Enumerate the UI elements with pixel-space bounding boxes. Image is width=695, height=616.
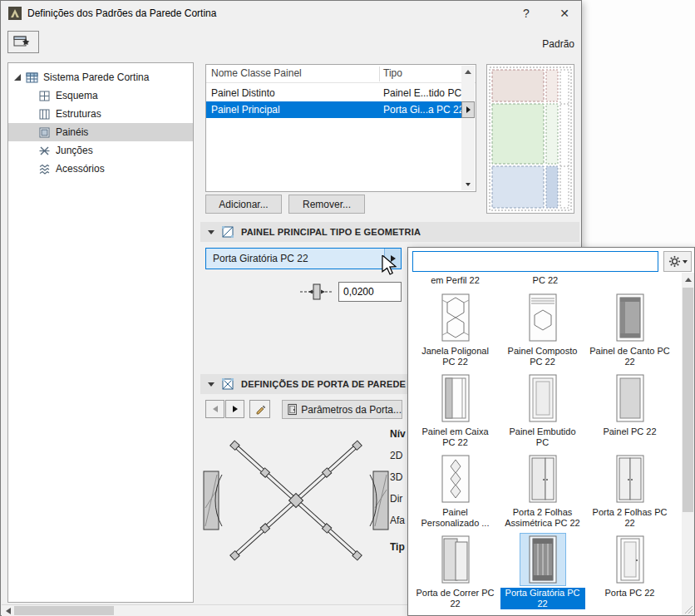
remove-button[interactable]: Remover... [288,195,365,214]
panel-thickness-icon [300,283,333,301]
panel-thumbnail [607,291,653,344]
panel-type-item[interactable]: Porta de Correr PC 22 [412,531,499,612]
table-row[interactable]: Painel Distinto Painel E...tido PC [206,85,462,101]
panel-type-item[interactable]: Janela Poligonal PC 22 [412,289,499,370]
tree-label: Estruturas [56,108,101,120]
panel-thumbnail [432,452,479,505]
section-geometry-header[interactable]: PAINEL PRINCIPAL TIPO E GEOMETRIA [200,222,579,242]
column-header-name: Nome Classe Painel [211,67,302,79]
pattern-preview [486,64,574,214]
panel-type-label: Painel PC 22 [601,426,658,437]
expander-icon[interactable] [13,73,22,81]
edit-button[interactable] [249,400,270,418]
panel-thumbnail [520,533,566,586]
panel-type-label: Porta de Correr PC 22 [413,588,498,609]
panel-type-combo[interactable]: Porta Giratória PC 22 [205,248,402,269]
partial-item-label[interactable]: PC 22 [501,275,589,285]
junctions-icon [38,145,51,157]
tree-label: Sistema Parede Cortina [43,71,149,83]
sidebar-item-acessorios[interactable]: Acessórios [8,160,193,178]
table-header: Nome Classe Painel Tipo [206,65,476,83]
scroll-down-icon[interactable] [461,178,475,190]
cell-class-name: Painel Distinto [211,85,275,101]
door-parameters-button[interactable]: Parâmetros da Porta... [282,400,402,419]
pattern-preview-image [487,65,574,213]
tree-label: Esquema [56,90,98,101]
favorites-transfer-button[interactable] [7,31,39,53]
tree-label: Junções [56,145,93,156]
panel-type-label: Porta 2 Folhas Assimétrica PC 22 [500,507,585,529]
system-icon [26,71,38,84]
accessories-icon [38,163,51,175]
collapse-icon [208,382,214,387]
scrollbar-thumb[interactable] [683,288,693,512]
next-button[interactable] [225,400,244,418]
panel-thumbnail [520,291,566,344]
cell-class-type: Porta Gi...a PC 22 [383,101,464,118]
sidebar-tree: Sistema Parede Cortina Esquema Estrutura… [7,62,194,603]
panel-thumbnail [432,372,479,425]
prev-button[interactable] [205,400,224,418]
scrollbar-thumb[interactable] [14,606,114,615]
partial-item-label[interactable]: em Perfil 22 [412,275,499,285]
popup-scrollbar[interactable] [682,273,694,615]
panel-type-label: Painel Composto PC 22 [500,346,585,367]
panel-type-value: Porta Giratória PC 22 [213,253,308,264]
panel-type-label: Porta PC 22 [604,588,657,599]
panel-type-label: Porta 2 Folhas PC 22 [588,507,673,529]
app-icon [8,7,22,20]
panel-type-item[interactable]: Painel Embutido PC [499,370,586,451]
cell-class-type: Painel E...tido PC [383,85,461,101]
cell-class-name: Painel Principal [211,101,280,118]
help-button[interactable]: ? [510,2,543,25]
panel-type-item[interactable]: Porta PC 22 [586,531,673,612]
scroll-left-icon[interactable] [2,605,14,616]
panel-type-popup: em Perfil 22 PC 22 Janela Poligonal PC 2… [407,247,695,616]
panel-type-item[interactable]: Painel de Canto PC 22 [586,289,673,370]
default-state-label: Padrão [542,38,574,50]
panel-type-label: Janela Poligonal PC 22 [413,346,498,367]
settings-button[interactable] [663,251,692,272]
panel-thumbnail [607,533,653,586]
panel-type-label: Painel Embutido PC [500,426,585,448]
panel-type-item[interactable]: Painel Personalizado ... [412,451,499,531]
door-parameters-label: Parâmetros da Porta... [301,404,402,416]
panel-thumbnail [607,452,653,505]
panel-thumbnail [520,372,566,425]
panels-icon [38,126,51,139]
table-row[interactable]: Painel Principal Porta Gi...a PC 22 [206,101,462,118]
add-button[interactable]: Adicionar... [205,195,282,214]
type-picker-button[interactable] [461,101,475,118]
scroll-up-icon[interactable] [461,66,475,78]
screen: Definições dos Padrões da Parede Cortina… [0,0,695,616]
horizontal-scrollbar[interactable] [2,604,407,616]
panel-type-label: Painel de Canto PC 22 [588,346,673,367]
thickness-field[interactable] [338,282,402,302]
panel-type-item[interactable]: Porta 2 Folhas PC 22 [586,451,673,531]
panel-type-item[interactable]: Painel Composto PC 22 [499,289,586,370]
sidebar-item-juncoes[interactable]: Junções [8,141,193,160]
panel-type-item[interactable]: Painel em Caixa PC 22 [412,370,499,451]
search-input[interactable] [412,251,658,272]
sidebar-item-paineis[interactable]: Painéis [8,123,193,141]
structures-icon [38,108,51,121]
panel-type-item[interactable]: Porta 2 Folhas Assimétrica PC 22 [499,451,586,531]
sidebar-item-esquema[interactable]: Esquema [8,86,193,105]
panel-type-item-selected[interactable]: Porta Giratória PC 22 [499,531,586,612]
titlebar[interactable]: Definições dos Padrões da Parede Cortina… [1,1,581,26]
door-icon [288,403,297,416]
close-button[interactable]: ✕ [548,2,581,25]
panel-thumbnail [432,533,479,586]
sidebar-item-estruturas[interactable]: Estruturas [8,105,193,123]
geometry-section-icon [221,225,234,239]
scroll-up-icon[interactable] [682,273,694,286]
resize-grip[interactable] [682,603,693,614]
sidebar-item-sistema-parede-cortina[interactable]: Sistema Parede Cortina [8,68,193,86]
door-plan-drawing [202,425,390,579]
panel-type-item[interactable]: Painel PC 22 [586,370,673,451]
panel-type-label: Porta Giratória PC 22 [500,588,585,609]
panel-thumbnail [432,291,479,344]
door-section-icon [221,377,234,391]
table-scrollbar[interactable] [461,66,475,190]
panel-thumbnail [607,372,653,425]
